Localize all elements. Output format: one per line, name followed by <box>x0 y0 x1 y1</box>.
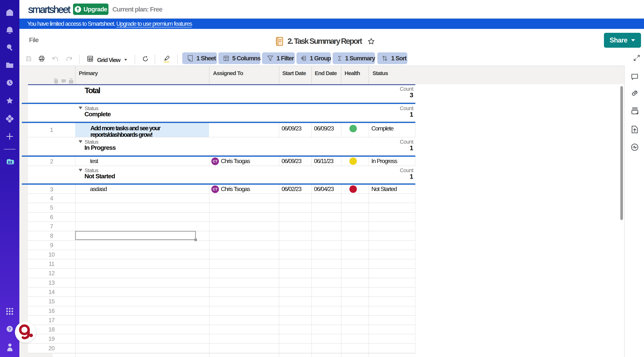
svg-text:?: ? <box>8 327 11 332</box>
